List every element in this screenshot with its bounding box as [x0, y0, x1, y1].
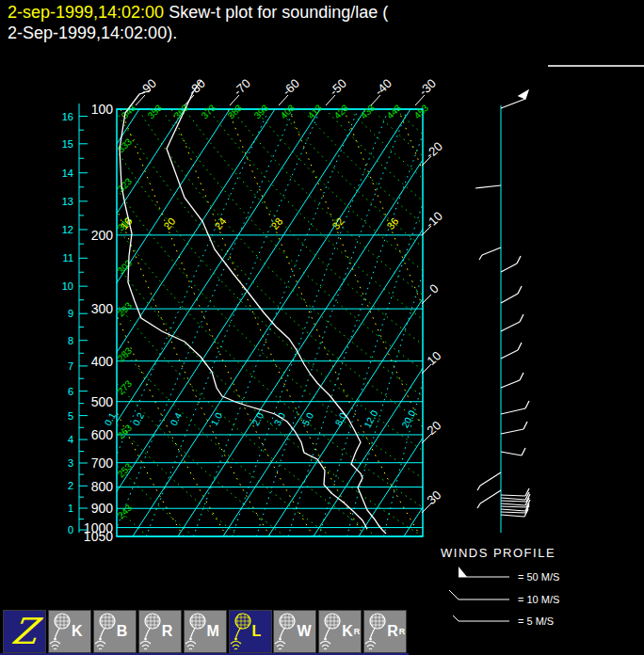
svg-text:900: 900: [91, 501, 114, 516]
svg-text:2.0: 2.0: [250, 410, 266, 427]
radiosonde-icon: [139, 612, 164, 651]
svg-text:300: 300: [91, 301, 114, 316]
toolbar-button-k[interactable]: K: [48, 610, 91, 653]
svg-text:400: 400: [91, 354, 114, 369]
wind-barbs: [475, 90, 530, 517]
winds-legend-title: WINDS PROFILE: [441, 546, 555, 560]
station-letter: K: [342, 623, 353, 640]
svg-text:500: 500: [91, 394, 114, 409]
svg-text:10: 10: [425, 348, 444, 368]
app-window: 2-sep-1999,14:02:00 Skew-t plot for soun…: [0, 0, 644, 655]
winds-legend-item: = 50 M/S: [518, 571, 559, 583]
station-letter: M: [207, 623, 219, 640]
temp-top-labels: -90-80-70-60-50-40-30: [136, 76, 439, 105]
svg-text:373: 373: [200, 103, 218, 121]
radiosonde-icon: [230, 612, 254, 651]
toolbar-button-b[interactable]: B: [93, 610, 137, 653]
svg-text:10: 10: [62, 280, 73, 292]
svg-text:200: 200: [91, 228, 114, 243]
svg-text:293: 293: [116, 300, 135, 319]
svg-text:333: 333: [116, 136, 135, 155]
svg-text:20: 20: [161, 216, 177, 232]
svg-text:7: 7: [68, 360, 73, 372]
svg-text:393: 393: [252, 103, 271, 121]
radiosonde-icon: [49, 612, 73, 651]
svg-text:16: 16: [62, 111, 73, 122]
toolbar-button-m[interactable]: M: [184, 610, 227, 653]
station-letter: R: [162, 623, 173, 640]
svg-text:453: 453: [412, 103, 431, 121]
svg-text:353: 353: [146, 103, 165, 121]
svg-text:600: 600: [91, 427, 114, 442]
toolbar-button-r[interactable]: R: [138, 610, 182, 653]
svg-text:20.0: 20.0: [399, 408, 417, 430]
station-letter: W: [297, 623, 311, 640]
station-letter-subscript: R: [354, 627, 361, 636]
svg-text:800: 800: [91, 479, 114, 494]
svg-text:-70: -70: [231, 76, 253, 99]
svg-text:4: 4: [68, 434, 73, 445]
svg-text:14: 14: [62, 168, 73, 179]
toolbar-button-z-logo[interactable]: Z: [3, 610, 46, 653]
radiosonde-icon: [185, 612, 209, 651]
svg-text:5.0: 5.0: [300, 410, 315, 427]
svg-text:0: 0: [68, 524, 73, 535]
svg-text:-90: -90: [137, 76, 159, 99]
svg-text:-60: -60: [280, 76, 302, 99]
pressure-axis-labels: 10020030040050060070080090010001050: [84, 102, 113, 544]
theta-labels: 3433533633733833934034134234334434533333…: [116, 103, 431, 521]
svg-text:423: 423: [332, 103, 351, 121]
station-letter: R: [387, 623, 398, 640]
svg-text:-30: -30: [416, 76, 439, 99]
toolbar-button-l[interactable]: L: [229, 610, 272, 653]
radiosonde-icon: [364, 612, 389, 651]
skewt-plot: 1002003004005006007008009001000105001234…: [0, 0, 644, 655]
svg-text:443: 443: [385, 103, 404, 121]
svg-text:-10: -10: [423, 209, 445, 232]
svg-text:-40: -40: [372, 76, 394, 99]
svg-text:12.0: 12.0: [362, 408, 379, 430]
toolbar-button-w[interactable]: W: [273, 610, 316, 653]
svg-text:700: 700: [91, 455, 114, 471]
isotherm-lines: [0, 109, 644, 536]
svg-text:28: 28: [268, 216, 284, 232]
mixing-ratio-lines: [83, 114, 505, 536]
svg-text:403: 403: [279, 103, 298, 121]
svg-text:13: 13: [62, 196, 73, 207]
svg-text:6: 6: [68, 386, 73, 397]
temp-right-labels: -20-100102030: [422, 139, 445, 513]
svg-text:273: 273: [116, 378, 135, 397]
svg-text:8: 8: [68, 335, 73, 346]
svg-text:-20: -20: [423, 139, 445, 162]
svg-text:-50: -50: [327, 76, 349, 99]
toolbar-button-r-r[interactable]: RR: [363, 610, 407, 653]
svg-text:1: 1: [68, 503, 73, 514]
radiosonde-icon: [94, 612, 119, 651]
station-letter-subscript: R: [399, 627, 406, 636]
svg-text:8.0: 8.0: [333, 410, 348, 427]
height-axis: 012345678910111213141516: [62, 104, 88, 535]
svg-text:11: 11: [63, 252, 73, 264]
app-logo: Z: [1, 611, 48, 652]
svg-text:30: 30: [425, 487, 444, 507]
svg-text:0.2: 0.2: [131, 410, 146, 427]
mixing-ratio-labels: 0.10.20.41.02.03.05.08.012.020.0: [103, 408, 418, 430]
svg-text:253: 253: [116, 461, 135, 480]
svg-text:433: 433: [359, 103, 378, 121]
wind-profile: [475, 90, 530, 533]
svg-text:15: 15: [62, 138, 73, 150]
svg-text:1050: 1050: [84, 529, 113, 544]
station-letter: K: [72, 623, 83, 640]
winds-legend-item: = 10 M/S: [518, 594, 559, 605]
svg-text:1.0: 1.0: [209, 410, 224, 427]
temperature-trace: [167, 80, 386, 534]
toolbar-button-k-r[interactable]: KR: [318, 610, 362, 653]
svg-text:3: 3: [68, 457, 73, 469]
svg-text:243: 243: [116, 503, 135, 521]
radiosonde-icon: [274, 612, 298, 651]
svg-text:2: 2: [68, 480, 73, 491]
svg-text:36: 36: [384, 216, 400, 232]
svg-text:0.4: 0.4: [169, 410, 184, 427]
svg-text:20: 20: [425, 418, 444, 438]
svg-text:413: 413: [306, 103, 325, 121]
